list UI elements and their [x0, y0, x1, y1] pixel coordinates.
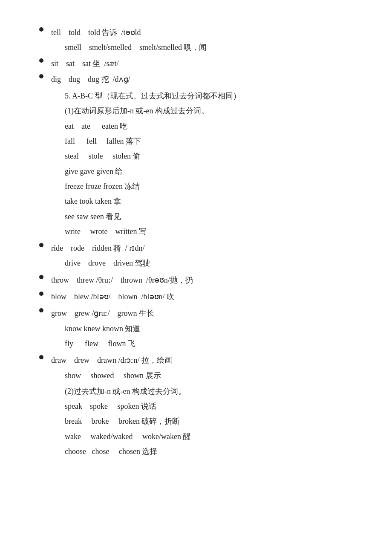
- verb-line: throw threw /θruː/ thrown /θrəʊn/抛，扔: [51, 273, 358, 287]
- list-item: ride rode ridden 骑 /ˈrɪdn/ drive drove d…: [51, 241, 358, 271]
- verb-list: tell told told 告诉 /təʊld smell smelt/sme…: [51, 26, 358, 459]
- verb-line: blow blew /bləʊ/ blown /bləʊn/ 吹: [51, 290, 358, 304]
- verb-line: draw drew drawn /drɔːn/ 拉，绘画: [51, 353, 358, 367]
- list-item: sit sat sat 坐 /sæt/: [51, 57, 358, 71]
- bullet-dot: [39, 58, 43, 63]
- list-item: draw drew drawn /drɔːn/ 拉，绘画 show showed…: [51, 353, 358, 459]
- list-item: dig dug dug 挖 /dʌɡ/ 5. A-B-C 型（现在式、过去式和过…: [51, 72, 358, 239]
- list-item: tell told told 告诉 /təʊld smell smelt/sme…: [51, 26, 358, 55]
- sub-header: (2)过去式加-n 或-en 构成过去分词。: [51, 384, 358, 399]
- bullet-dot: [39, 74, 43, 78]
- verb-line: give gave given 给: [51, 165, 358, 179]
- list-item: blow blew /bləʊ/ blown /bləʊn/ 吹: [51, 290, 358, 304]
- verb-line: dig dug dug 挖 /dʌɡ/: [51, 72, 358, 87]
- verb-line: fly flew flown 飞: [51, 337, 358, 351]
- verb-line: choose chose chosen 选择: [51, 445, 358, 459]
- verb-line: sit sat sat 坐 /sæt/: [51, 57, 358, 71]
- verb-line: wake waked/waked woke/waken 醒: [51, 430, 358, 444]
- verb-line: know knew known 知道: [51, 322, 358, 336]
- verb-line: smell smelt/smelled smelt/smelled 嗅，闻: [51, 40, 358, 55]
- bullet-dot: [39, 275, 43, 279]
- verb-line: steal stole stolen 偷: [51, 149, 358, 163]
- verb-line: break broke broken 破碎，折断: [51, 414, 358, 428]
- list-item: throw threw /θruː/ thrown /θrəʊn/抛，扔: [51, 273, 358, 287]
- sub-header: (1)在动词原形后加-n 或-en 构成过去分词。: [51, 104, 358, 118]
- bullet-dot: [39, 292, 43, 296]
- verb-line: see saw seen 看见: [51, 210, 358, 224]
- bullet-dot: [39, 355, 43, 359]
- bullet-dot: [39, 27, 43, 32]
- bullet-dot: [39, 243, 43, 247]
- verb-line: drive drove driven 驾驶: [51, 256, 358, 270]
- verb-line: eat ate eaten 吃: [51, 119, 358, 133]
- verb-line: fall fell fallen 落下: [51, 134, 358, 148]
- section-header: 5. A-B-C 型（现在式、过去式和过去分词都不相同）: [51, 89, 358, 103]
- verb-line: tell told told 告诉 /təʊld: [51, 26, 358, 40]
- main-content: tell told told 告诉 /təʊld smell smelt/sme…: [51, 26, 358, 459]
- list-item: grow grew /ɡruː/ grown 生长 know knew know…: [51, 306, 358, 351]
- verb-line: ride rode ridden 骑 /ˈrɪdn/: [51, 241, 358, 255]
- verb-line: grow grew /ɡruː/ grown 生长: [51, 306, 358, 321]
- verb-line: show showed shown 展示: [51, 369, 358, 383]
- verb-line: speak spoke spoken 说话: [51, 399, 358, 413]
- verb-line: write wrote written 写: [51, 225, 358, 239]
- bullet-dot: [39, 308, 43, 312]
- verb-line: take took taken 拿: [51, 194, 358, 208]
- verb-line: freeze froze frozen 冻结: [51, 179, 358, 194]
